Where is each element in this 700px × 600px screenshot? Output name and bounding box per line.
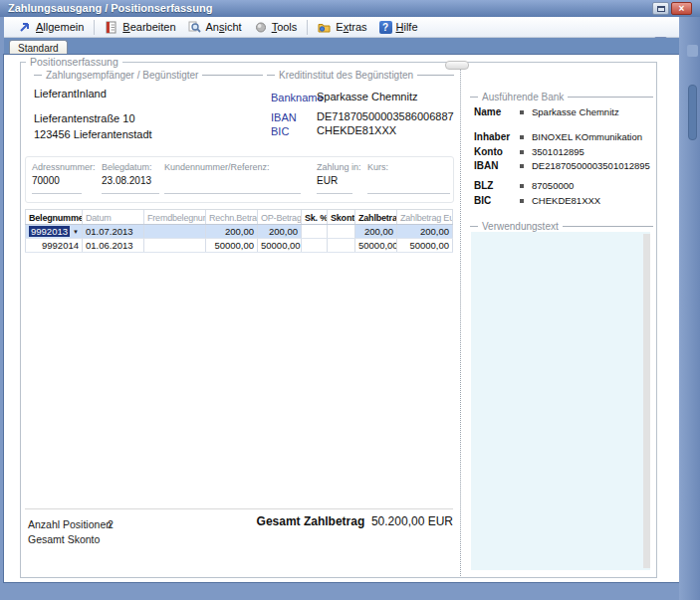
payee-city: 123456 Lieferantenstadt	[34, 128, 152, 140]
col-belegnummer[interactable]: Belegnummer	[25, 210, 83, 224]
menu-label: Tools	[272, 21, 298, 33]
verwendungstext-textarea[interactable]	[471, 232, 650, 570]
pane-splitter[interactable]	[460, 67, 461, 576]
datum-cell[interactable]: 01.06.2013	[83, 239, 144, 252]
bank-bic-label: BIC	[474, 195, 520, 206]
op-betrag-cell[interactable]: 200,00	[258, 225, 302, 238]
menu-separator	[307, 20, 308, 35]
payee-group-title: Zahlungsempfänger / Begünstigter	[46, 70, 198, 81]
bullet-icon	[520, 110, 524, 114]
close-icon: ×	[679, 3, 685, 14]
belegnummer-cell[interactable]: 9992013▼	[25, 225, 83, 238]
col-sk-prozent[interactable]: Sk. %	[302, 210, 328, 224]
fremdbeleg-cell[interactable]	[144, 239, 206, 252]
skonto-cell[interactable]	[328, 225, 355, 238]
datum-cell[interactable]: 01.07.2013	[83, 225, 144, 238]
rechn-betrag-cell[interactable]: 50000,00	[206, 239, 258, 252]
iban-value: DE71870500003586006887	[317, 110, 454, 122]
col-skonto[interactable]: Skonto	[328, 210, 355, 224]
table-row[interactable]: 9992014 01.06.2013 50000,00 50000,00 500…	[25, 239, 453, 253]
positions-table: Belegnummer Datum Fremdbelegnummer Rechn…	[25, 209, 453, 253]
payee-group-header: Zahlungsempfänger / Begünstigter	[34, 69, 263, 81]
window-title: Zahlungsausgang / Positionserfassung	[8, 2, 212, 14]
splitter-grip-handle[interactable]	[445, 61, 469, 70]
arrow-up-right-icon	[18, 21, 32, 34]
skonto-cell[interactable]	[328, 239, 355, 252]
scrollbar-thumb[interactable]	[688, 85, 697, 140]
anzahl-positionen-value: 2	[108, 518, 114, 530]
zahlung-in-value: EUR	[317, 175, 352, 186]
maximize-button[interactable]	[652, 2, 669, 15]
col-zahlbetrag-euro[interactable]: Zahlbetrag Euro	[397, 210, 453, 224]
groupbox-title: Positionserfassung	[26, 56, 122, 68]
menu-item-hilfe[interactable]: ? Hilfe	[373, 19, 424, 36]
bank-konto-value: 3501012895	[532, 146, 584, 157]
col-zahlbetrag[interactable]: Zahlbetrag	[355, 210, 397, 224]
menu-label: Allgemein	[36, 21, 84, 33]
menu-item-tools[interactable]: Tools	[248, 19, 304, 36]
payee-name: LieferantInland	[34, 88, 107, 100]
menu-bar: Allgemein Bearbeiten Ansicht Tools	[4, 17, 679, 38]
menu-label: Ansicht	[206, 21, 242, 33]
zahlbetrag-cell[interactable]: 50000,00	[355, 239, 397, 252]
close-button[interactable]: ×	[671, 2, 692, 15]
dropdown-arrow-icon[interactable]: ▼	[73, 225, 79, 238]
menu-item-extras[interactable]: Extras	[312, 19, 372, 36]
zahlbetrag-cell[interactable]: 200,00	[355, 225, 397, 238]
payee-street: Lieferantenstraße 10	[34, 112, 135, 124]
title-bar[interactable]: Zahlungsausgang / Positionserfassung	[0, 0, 700, 17]
menu-item-allgemein[interactable]: Allgemein	[12, 19, 90, 36]
window-scrollbar[interactable]	[679, 17, 700, 600]
table-row-selected[interactable]: 9992013▼ 01.07.2013 200,00 200,00 200,00…	[25, 225, 453, 239]
selected-cell[interactable]: 9992013	[29, 226, 70, 237]
adressnummer-field[interactable]: Adressnummer: 70000	[32, 158, 82, 194]
col-fremdbelegnummer[interactable]: Fremdbelegnummer	[144, 210, 206, 224]
fremdbeleg-cell[interactable]	[144, 225, 206, 238]
verwendungstext-group-title: Verwendungstext	[482, 221, 559, 232]
bullet-icon	[520, 135, 524, 139]
bankname-value: Sparkasse Chemnitz	[317, 91, 418, 102]
adressnummer-value: 70000	[32, 175, 82, 186]
menu-item-ansicht[interactable]: Ansicht	[182, 19, 248, 36]
gear-icon	[254, 21, 268, 34]
tab-standard[interactable]: Standard	[9, 40, 68, 55]
kurs-label: Kurs:	[367, 162, 450, 172]
belegdatum-field[interactable]: Belegdatum: 23.08.2013	[102, 158, 159, 194]
totals-separator	[25, 508, 453, 509]
bank-konto-label: Konto	[474, 146, 520, 157]
magnifier-icon	[188, 21, 202, 34]
col-rechn-betrag[interactable]: Rechn.Betrag	[206, 210, 258, 224]
bank-iban-value: DE21870500003501012895	[532, 160, 650, 171]
col-op-betrag[interactable]: OP-Betrag	[258, 210, 302, 224]
executing-bank-group-header: Ausführende Bank	[470, 91, 653, 102]
belegnummer-cell[interactable]: 9992014	[25, 239, 83, 252]
app-window: Zahlungsausgang / Positionserfassung × A…	[0, 0, 700, 600]
kurs-field[interactable]: Kurs:	[367, 158, 450, 194]
bank-row-inhaber: InhaberBINOXEL KOmmunikation	[474, 131, 653, 142]
folder-icon	[318, 21, 332, 34]
bank-row-bic: BICCHEKDE81XXX	[474, 195, 653, 206]
col-datum[interactable]: Datum	[83, 210, 144, 224]
bank-name-label: Name	[474, 106, 520, 117]
bullet-icon	[520, 184, 524, 188]
bank-row-iban: IBANDE21870500003501012895	[474, 160, 653, 171]
sk-cell[interactable]	[302, 225, 328, 238]
bic-label: BIC	[271, 125, 289, 137]
gesamt-skonto-label: Gesamt Skonto	[28, 533, 100, 545]
rechn-betrag-cell[interactable]: 200,00	[206, 225, 258, 238]
zahlbetrag-euro-cell[interactable]: 50000,00	[397, 239, 453, 252]
zahlbetrag-euro-cell[interactable]: 200,00	[397, 225, 453, 238]
bank-row-konto: Konto3501012895	[474, 146, 653, 157]
scrollbar-button[interactable]	[687, 45, 698, 57]
edit-note-icon	[105, 21, 118, 34]
sk-cell[interactable]	[302, 239, 328, 252]
gesamt-zahlbetrag-label: Gesamt Zahlbetrag	[257, 514, 365, 528]
menu-item-bearbeiten[interactable]: Bearbeiten	[99, 19, 181, 36]
textarea-scrollbar[interactable]	[643, 234, 650, 568]
menu-label: Extras	[336, 21, 366, 33]
op-betrag-cell[interactable]: 50000,00	[258, 239, 302, 252]
kundennummer-field[interactable]: Kundennummer/Referenz:	[164, 158, 301, 194]
zahlung-in-field[interactable]: Zahlung in: EUR	[317, 158, 352, 194]
belegdatum-label: Belegdatum:	[102, 162, 159, 172]
bank-bic-value: CHEKDE81XXX	[532, 195, 600, 206]
